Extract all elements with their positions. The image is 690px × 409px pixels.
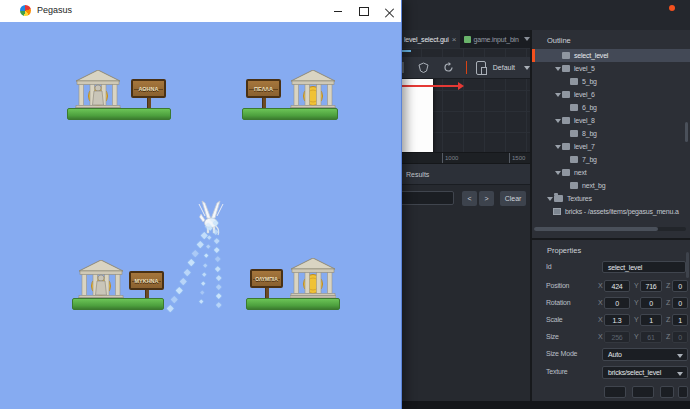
spark-particle [209, 227, 213, 231]
properties-title: Properties [532, 240, 690, 259]
scrollbar-thumb[interactable] [534, 227, 658, 231]
expander-icon[interactable] [547, 197, 553, 201]
search-results-pane: Results < > Clear [400, 163, 530, 409]
window-title: Pegasus [37, 5, 72, 15]
property-row-size-mode: Size Mode Auto [532, 348, 690, 361]
tree-item-select-level[interactable]: select_level [532, 49, 690, 62]
minimize-button[interactable] [330, 3, 346, 19]
title-bar: Pegasus [0, 0, 401, 22]
texture-icon [553, 208, 561, 215]
spark-particle [205, 254, 209, 258]
position-x-field[interactable]: 424 [604, 280, 630, 292]
rotation-y-field[interactable]: 0 [640, 297, 662, 309]
property-row-position: Position X 424 Y 716 Z 0 [532, 280, 690, 293]
spark-particle [171, 296, 177, 302]
tree-item-level-7[interactable]: level_7 [532, 140, 690, 153]
property-row-size: Size X 256 Y 61 Z 0 [532, 331, 690, 344]
tree-item-8-bg[interactable]: 8_bg [532, 127, 690, 140]
position-z-field[interactable]: 0 [672, 280, 688, 292]
expander-icon[interactable] [555, 119, 561, 123]
editor-top-area [400, 0, 690, 30]
rotation-x-field[interactable]: 0 [604, 297, 630, 309]
tree-item-6-bg[interactable]: 6_bg [532, 101, 690, 114]
scene-editor-canvas[interactable]: Default [400, 48, 530, 163]
tree-item-7-bg[interactable]: 7_bg [532, 153, 690, 166]
spark-particle [188, 260, 194, 266]
outline-panel: Outline select_level level_5 5_bg [532, 30, 690, 238]
maximize-icon [359, 7, 369, 16]
property-row-scale: Scale X 1.3 Y 1 Z 1 [532, 314, 690, 327]
tree-item-level-5[interactable]: level_5 [532, 62, 690, 75]
tab-level-select-gui[interactable]: level_select.gui × [400, 30, 460, 48]
id-field[interactable]: select_level [602, 261, 686, 273]
gui-node-icon [570, 182, 578, 189]
expander-icon[interactable] [555, 93, 561, 97]
gui-node-icon [562, 65, 570, 72]
tree-item-bricks-texture[interactable]: bricks - /assets/items/pegasus_menu.a [532, 205, 690, 218]
editor-footer [402, 401, 690, 409]
gui-node-icon [570, 130, 578, 137]
tab-close-icon[interactable]: × [452, 35, 456, 44]
spark-particle [216, 293, 221, 298]
spark-particle [180, 278, 186, 284]
spark-particle [202, 272, 206, 276]
search-input[interactable] [398, 191, 454, 205]
properties-panel: Properties Id select_level Position X 42… [532, 238, 690, 403]
toolbar-divider [466, 61, 468, 74]
close-button[interactable] [381, 3, 397, 19]
spark-particle [201, 232, 207, 238]
gui-node-icon [570, 156, 578, 163]
outline-horizontal-scrollbar[interactable] [534, 227, 686, 231]
spark-particle [192, 250, 198, 256]
clear-button[interactable]: Clear [500, 191, 526, 206]
expander-icon[interactable] [555, 171, 561, 175]
spark-particle [216, 266, 221, 271]
scale-y-field[interactable]: 1 [640, 314, 662, 326]
scale-x-field[interactable]: 1.3 [604, 314, 630, 326]
texture-select[interactable]: bricks/select_level [602, 366, 688, 379]
next-result-button[interactable]: > [479, 191, 494, 206]
screen: level_select.gui × game.input_bin [0, 0, 690, 409]
tree-item-textures[interactable]: Textures [532, 192, 690, 205]
expander-icon[interactable] [555, 67, 561, 71]
spark-particle [210, 217, 214, 221]
outline-tree: select_level level_5 5_bg level_6 [532, 49, 690, 218]
outline-title: Outline [532, 30, 690, 49]
spark-particle [201, 281, 205, 285]
notification-dot-icon [669, 5, 675, 11]
properties-scrollbar[interactable] [686, 252, 689, 278]
tab-game-input-binding[interactable]: game.input_bin [460, 30, 522, 48]
spark-particle [184, 269, 190, 275]
tree-item-next[interactable]: next [532, 166, 690, 179]
position-y-field[interactable]: 716 [640, 280, 662, 292]
selection-bracket [402, 50, 411, 52]
tree-item-level-8[interactable]: level_8 [532, 114, 690, 127]
expander-icon[interactable] [555, 145, 561, 149]
tree-item-5-bg[interactable]: 5_bg [532, 75, 690, 88]
tree-item-level-6[interactable]: level_6 [532, 88, 690, 101]
spark-particle [216, 284, 221, 289]
outline-vertical-scrollbar[interactable] [685, 122, 688, 142]
spark-particle [215, 248, 220, 253]
spark-particle [176, 287, 182, 293]
rotate-tool-icon[interactable] [443, 62, 454, 73]
tree-item-next-bg[interactable]: next_bg [532, 179, 690, 192]
shield-tool-icon[interactable] [418, 62, 429, 73]
scale-z-field[interactable]: 1 [672, 314, 688, 326]
gui-node-icon [562, 117, 570, 124]
size-mode-select[interactable]: Auto [602, 348, 688, 361]
input-binding-file-icon [464, 36, 471, 43]
gui-node-icon [562, 143, 570, 150]
minimize-icon [334, 11, 342, 12]
move-gizmo-x-axis[interactable] [400, 85, 458, 87]
prev-result-button[interactable]: < [462, 191, 477, 206]
app-icon [20, 5, 31, 16]
editor-tab-bar: level_select.gui × game.input_bin [400, 30, 530, 48]
tab-label: level_select.gui [404, 36, 449, 43]
spark-particle [206, 245, 210, 249]
gui-node-icon [562, 169, 570, 176]
spark-particle [215, 257, 220, 262]
device-profile-select[interactable]: Default [493, 64, 515, 71]
maximize-button[interactable] [356, 3, 372, 19]
rotation-z-field[interactable]: 0 [672, 297, 688, 309]
